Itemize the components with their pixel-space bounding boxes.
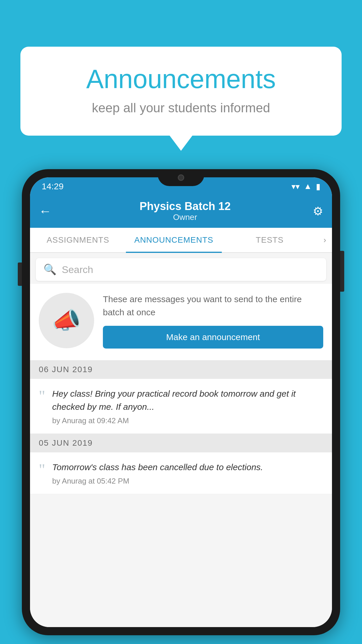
search-icon: 🔍 [43, 263, 57, 276]
announcement-prompt: 📣 These are messages you want to send to… [30, 284, 332, 360]
announcement-meta-2: by Anurag at 05:42 PM [52, 477, 323, 486]
speech-bubble: Announcements keep all your students inf… [20, 47, 342, 136]
tabs-bar: ASSIGNMENTS ANNOUNCEMENTS TESTS › [30, 228, 332, 253]
back-button[interactable]: ← [39, 205, 52, 218]
quote-icon-1: " [39, 388, 45, 404]
status-time: 14:29 [42, 181, 64, 191]
announcement-text-block-1: Hey class! Bring your practical record b… [52, 387, 323, 425]
phone-outer: 14:29 ▾▾ ▲ ▮ ← Physics Batch 12 Owner ⚙ … [22, 169, 340, 635]
tab-announcements[interactable]: ANNOUNCEMENTS [126, 228, 222, 252]
phone-screen: 14:29 ▾▾ ▲ ▮ ← Physics Batch 12 Owner ⚙ … [30, 177, 332, 627]
announcement-description: These are messages you want to send to t… [103, 293, 323, 319]
wifi-icon: ▾▾ [291, 182, 300, 191]
announcement-text-block-2: Tomorrow's class has been cancelled due … [52, 461, 323, 486]
search-placeholder: Search [62, 264, 93, 275]
tab-more[interactable]: › [318, 228, 332, 252]
camera [178, 174, 184, 181]
bubble-title: Announcements [44, 64, 318, 94]
app-bar-title: Physics Batch 12 [57, 200, 313, 213]
app-bar: ← Physics Batch 12 Owner ⚙ [30, 194, 332, 228]
notch [158, 169, 204, 186]
announcement-right: These are messages you want to send to t… [103, 293, 323, 349]
announcement-item-1: " Hey class! Bring your practical record… [30, 379, 332, 434]
megaphone-icon: 📣 [52, 307, 81, 334]
announcement-meta-1: by Anurag at 09:42 AM [52, 416, 323, 425]
app-bar-title-group: Physics Batch 12 Owner [57, 200, 313, 222]
content-area: 🔍 Search 📣 These are messages you want t… [30, 253, 332, 627]
speech-bubble-container: Announcements keep all your students inf… [20, 47, 342, 136]
date-separator-2: 05 JUN 2019 [30, 434, 332, 452]
date-separator-1: 06 JUN 2019 [30, 360, 332, 379]
tab-tests[interactable]: TESTS [222, 228, 318, 252]
battery-icon: ▮ [316, 182, 320, 191]
signal-icon: ▲ [304, 182, 312, 191]
settings-button[interactable]: ⚙ [313, 204, 323, 218]
tab-assignments[interactable]: ASSIGNMENTS [30, 228, 126, 252]
search-bar[interactable]: 🔍 Search [36, 258, 326, 281]
phone-wrapper: 14:29 ▾▾ ▲ ▮ ← Physics Batch 12 Owner ⚙ … [22, 169, 340, 635]
make-announcement-button[interactable]: Make an announcement [103, 326, 323, 349]
status-icons: ▾▾ ▲ ▮ [291, 182, 320, 191]
app-bar-subtitle: Owner [57, 213, 313, 222]
announcement-message-1: Hey class! Bring your practical record b… [52, 387, 323, 413]
bubble-subtitle: keep all your students informed [44, 101, 318, 115]
quote-icon-2: " [39, 462, 45, 477]
announcement-icon-circle: 📣 [39, 293, 94, 348]
announcement-message-2: Tomorrow's class has been cancelled due … [52, 461, 323, 474]
announcement-item-2: " Tomorrow's class has been cancelled du… [30, 452, 332, 494]
